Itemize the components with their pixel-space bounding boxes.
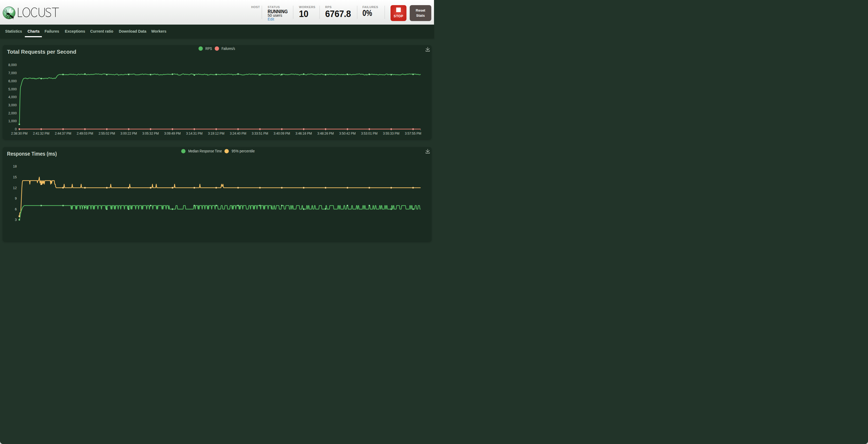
svg-text:3:09:49 PM: 3:09:49 PM <box>164 131 181 135</box>
svg-text:0: 0 <box>15 127 17 131</box>
svg-text:6,000: 6,000 <box>8 79 17 83</box>
svg-text:3:05:32 PM: 3:05:32 PM <box>142 131 159 135</box>
svg-text:95% percentile: 95% percentile <box>231 149 255 153</box>
svg-text:2:38:30 PM: 2:38:30 PM <box>11 131 28 135</box>
svg-text:7,000: 7,000 <box>8 71 17 75</box>
svg-text:3:48:26 PM: 3:48:26 PM <box>317 131 334 135</box>
svg-text:3:00:22 PM: 3:00:22 PM <box>120 131 137 135</box>
svg-text:3:14:31 PM: 3:14:31 PM <box>186 131 203 135</box>
svg-text:3:40:09 PM: 3:40:09 PM <box>274 131 290 135</box>
svg-text:Failures/s: Failures/s <box>221 46 235 50</box>
svg-text:2:44:37 PM: 2:44:37 PM <box>55 131 71 135</box>
svg-text:3,000: 3,000 <box>8 103 17 107</box>
svg-text:3:46:16 PM: 3:46:16 PM <box>296 131 312 135</box>
svg-text:3:57:55 PM: 3:57:55 PM <box>405 131 421 135</box>
svg-text:3:53:01 PM: 3:53:01 PM <box>361 131 377 135</box>
svg-text:Response Times (ms): Response Times (ms) <box>7 151 57 157</box>
svg-text:8,000: 8,000 <box>8 63 17 67</box>
svg-text:Total Requests per Second: Total Requests per Second <box>7 49 76 55</box>
svg-text:Median Response Time: Median Response Time <box>188 149 222 153</box>
svg-text:18: 18 <box>13 165 17 168</box>
svg-text:3:50:42 PM: 3:50:42 PM <box>339 131 356 135</box>
svg-text:2,000: 2,000 <box>8 111 17 115</box>
svg-text:4,000: 4,000 <box>8 95 17 99</box>
svg-text:3: 3 <box>15 218 17 222</box>
svg-text:15: 15 <box>13 175 17 179</box>
svg-text:5,000: 5,000 <box>8 87 17 91</box>
svg-text:6: 6 <box>15 207 17 211</box>
svg-text:2:49:03 PM: 2:49:03 PM <box>77 131 93 135</box>
svg-text:3:24:40 PM: 3:24:40 PM <box>230 131 246 135</box>
svg-text:RPS: RPS <box>205 46 212 50</box>
svg-text:12: 12 <box>13 186 17 190</box>
svg-text:9: 9 <box>15 197 17 200</box>
svg-text:1,000: 1,000 <box>8 119 17 123</box>
svg-text:2:55:02 PM: 2:55:02 PM <box>99 131 115 135</box>
svg-text:2:41:32 PM: 2:41:32 PM <box>33 131 50 135</box>
svg-text:3:55:33 PM: 3:55:33 PM <box>383 131 399 135</box>
svg-text:3:33:51 PM: 3:33:51 PM <box>252 131 268 135</box>
svg-text:3:19:12 PM: 3:19:12 PM <box>208 131 224 135</box>
